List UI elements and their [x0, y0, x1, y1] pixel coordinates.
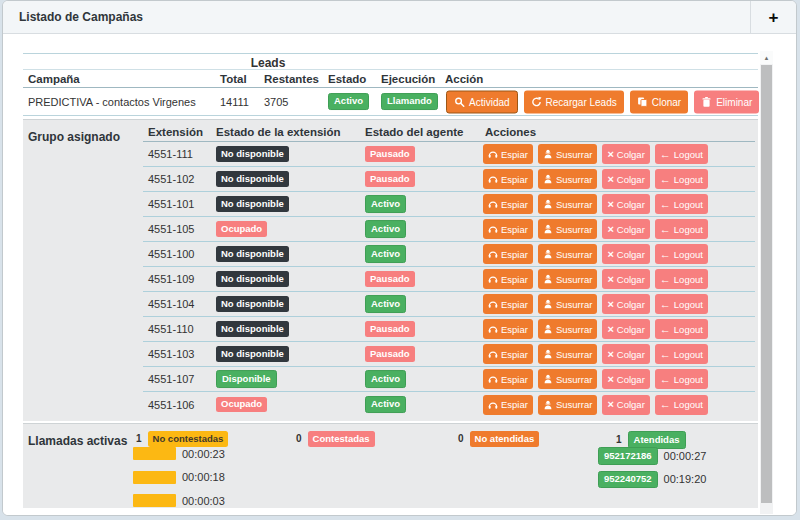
colgar-button[interactable]: ×Colgar	[602, 144, 649, 164]
panel-title: Listado de Campañas	[19, 10, 143, 24]
user-secret-icon	[543, 400, 553, 410]
espiar-button[interactable]: Espiar	[483, 395, 533, 415]
button-label: Colgar	[617, 324, 645, 335]
agent-status-badge: Activo	[365, 396, 406, 414]
espiar-button[interactable]: Espiar	[483, 144, 533, 164]
button-label: Susurrar	[556, 374, 592, 385]
susurrar-button[interactable]: Susurrar	[538, 369, 597, 389]
row-actions: EspiarSusurrar×Colgar←Logout	[483, 144, 708, 164]
colgar-button[interactable]: ×Colgar	[602, 269, 649, 289]
colgar-button[interactable]: ×Colgar	[602, 244, 649, 264]
actividad-button[interactable]: Actividad	[446, 90, 518, 113]
button-label: Recargar Leads	[546, 96, 617, 107]
logout-button[interactable]: ←Logout	[655, 244, 708, 264]
x-icon: ×	[607, 274, 613, 285]
column-header-estado-agente: Estado del agente	[365, 126, 463, 138]
table-row: 4551-107DisponibleActivoEspiarSusurrar×C…	[143, 367, 755, 392]
espiar-button[interactable]: Espiar	[483, 369, 533, 389]
eliminar-button[interactable]: Eliminar	[694, 90, 759, 113]
leads-title-row: Leads	[23, 53, 758, 69]
susurrar-button[interactable]: Susurrar	[538, 395, 597, 415]
extension-cell: 4551-110	[148, 323, 194, 335]
call-count: 0	[458, 433, 464, 444]
colgar-button[interactable]: ×Colgar	[602, 169, 649, 189]
logout-button[interactable]: ←Logout	[655, 219, 708, 239]
logout-button[interactable]: ←Logout	[655, 169, 708, 189]
logout-button[interactable]: ←Logout	[655, 395, 708, 415]
logout-button[interactable]: ←Logout	[655, 269, 708, 289]
colgar-button[interactable]: ×Colgar	[602, 369, 649, 389]
button-label: Logout	[674, 174, 703, 185]
colgar-button[interactable]: ×Colgar	[602, 194, 649, 214]
espiar-button[interactable]: Espiar	[483, 169, 533, 189]
headphones-icon	[488, 324, 498, 334]
agent-status-badge: Pausado	[365, 271, 415, 287]
add-campaign-button[interactable]: +	[750, 1, 796, 33]
call-timer: 00:00:27	[664, 450, 707, 462]
button-label: Susurrar	[556, 199, 592, 210]
susurrar-button[interactable]: Susurrar	[538, 294, 597, 314]
susurrar-button[interactable]: Susurrar	[538, 219, 597, 239]
espiar-button[interactable]: Espiar	[483, 344, 533, 364]
leads-table-header: Campaña Total Restantes Estado Ejecución…	[23, 69, 758, 88]
scrollbar-thumb[interactable]	[761, 65, 772, 503]
espiar-button[interactable]: Espiar	[483, 294, 533, 314]
extension-status-badge: Disponible	[216, 370, 277, 388]
logout-button[interactable]: ←Logout	[655, 144, 708, 164]
colgar-button[interactable]: ×Colgar	[602, 219, 649, 239]
x-icon: ×	[607, 399, 613, 410]
user-secret-icon	[543, 199, 553, 209]
logout-button[interactable]: ←Logout	[655, 294, 708, 314]
table-row: 4551-103No disponiblePausadoEspiarSusurr…	[143, 342, 755, 367]
susurrar-button[interactable]: Susurrar	[538, 244, 597, 264]
recargar-leads-button[interactable]: Recargar Leads	[524, 90, 624, 113]
logout-button[interactable]: ←Logout	[655, 344, 708, 364]
call-status-badge: No contestadas	[148, 431, 229, 447]
clonar-button[interactable]: Clonar	[630, 90, 688, 113]
colgar-button[interactable]: ×Colgar	[602, 344, 649, 364]
susurrar-button[interactable]: Susurrar	[538, 169, 597, 189]
colgar-button[interactable]: ×Colgar	[602, 319, 649, 339]
button-label: Colgar	[617, 249, 645, 260]
button-label: Logout	[674, 199, 703, 210]
arrow-left-icon: ←	[660, 399, 671, 410]
logout-button[interactable]: ←Logout	[655, 194, 708, 214]
row-actions: EspiarSusurrar×Colgar←Logout	[483, 294, 708, 314]
espiar-button[interactable]: Espiar	[483, 194, 533, 214]
extension-status-badge: No disponible	[216, 171, 289, 187]
agent-status-badge: Activo	[365, 245, 406, 263]
row-actions: EspiarSusurrar×Colgar←Logout	[483, 395, 708, 415]
susurrar-button[interactable]: Susurrar	[538, 194, 597, 214]
column-header-estado-ext: Estado de la extensión	[216, 126, 341, 138]
susurrar-button[interactable]: Susurrar	[538, 344, 597, 364]
x-icon: ×	[607, 324, 613, 335]
button-label: Susurrar	[556, 299, 592, 310]
button-label: Colgar	[617, 374, 645, 385]
logout-button[interactable]: ←Logout	[655, 319, 708, 339]
susurrar-button[interactable]: Susurrar	[538, 269, 597, 289]
espiar-button[interactable]: Espiar	[483, 319, 533, 339]
scrollbar[interactable]: ▲	[760, 51, 773, 514]
row-actions: EspiarSusurrar×Colgar←Logout	[483, 244, 708, 264]
espiar-button[interactable]: Espiar	[483, 219, 533, 239]
up-arrow-icon: ▲	[764, 55, 770, 61]
espiar-button[interactable]: Espiar	[483, 244, 533, 264]
row-actions: EspiarSusurrar×Colgar←Logout	[483, 194, 708, 214]
headphones-icon	[488, 174, 498, 184]
scrollbar-up-button[interactable]: ▲	[760, 51, 773, 64]
leads-total: 14111	[220, 96, 249, 108]
row-actions: EspiarSusurrar×Colgar←Logout	[483, 369, 708, 389]
button-label: Espiar	[501, 224, 528, 235]
logout-button[interactable]: ←Logout	[655, 369, 708, 389]
susurrar-button[interactable]: Susurrar	[538, 319, 597, 339]
colgar-button[interactable]: ×Colgar	[602, 294, 649, 314]
colgar-button[interactable]: ×Colgar	[602, 395, 649, 415]
button-label: Espiar	[501, 174, 528, 185]
column-header-acciones: Acciones	[485, 126, 536, 138]
leads-table-row: PREDICTIVA - contactos Virgenes 14111 37…	[23, 88, 758, 116]
espiar-button[interactable]: Espiar	[483, 269, 533, 289]
table-row: 4551-104No disponibleActivoEspiarSusurra…	[143, 292, 755, 317]
unanswered-call-row: 00:00:18	[133, 471, 225, 484]
susurrar-button[interactable]: Susurrar	[538, 144, 597, 164]
button-label: Logout	[674, 149, 703, 160]
